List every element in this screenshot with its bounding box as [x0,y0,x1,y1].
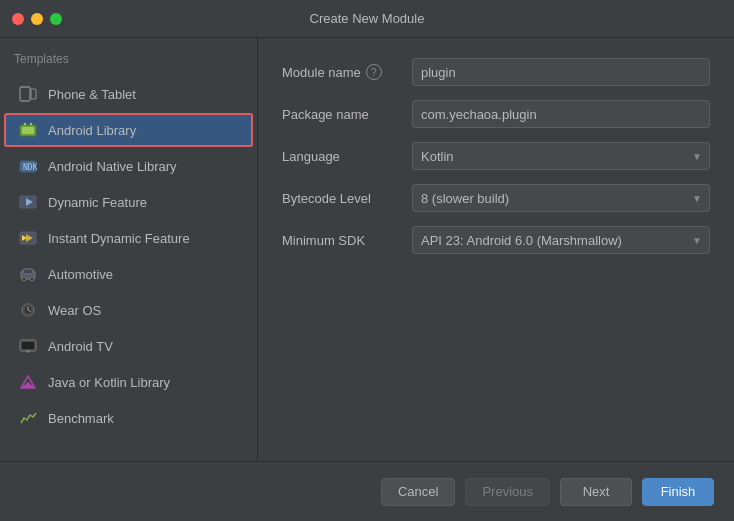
android-tv-icon [18,336,38,356]
minimum-sdk-label: Minimum SDK [282,233,412,248]
svg-rect-22 [25,315,31,317]
sidebar-item-instant-dynamic-feature[interactable]: Instant Dynamic Feature [4,221,253,255]
footer: Cancel Previous Next Finish [0,461,734,521]
svg-point-15 [22,277,26,281]
dynamic-feature-icon [18,192,38,212]
minimum-sdk-select-wrapper: API 23: Android 6.0 (Marshmallow) API 21… [412,226,710,254]
automotive-icon [18,264,38,284]
main-content: Templates Phone & Tablet Androi [0,38,734,461]
sidebar: Templates Phone & Tablet Androi [0,38,258,461]
bytecode-level-select[interactable]: 8 (slower build) 7 6 [412,184,710,212]
sidebar-item-automotive[interactable]: Automotive [4,257,253,291]
sidebar-item-dynamic-feature-label: Dynamic Feature [48,195,147,210]
language-label: Language [282,149,412,164]
module-name-help-icon[interactable]: ? [366,64,382,80]
sidebar-item-android-library[interactable]: Android Library [4,113,253,147]
sidebar-item-benchmark-label: Benchmark [48,411,114,426]
window-controls [12,13,62,25]
svg-rect-21 [25,303,31,305]
module-name-input[interactable] [412,58,710,86]
sidebar-item-android-tv-label: Android TV [48,339,113,354]
sidebar-item-android-tv[interactable]: Android TV [4,329,253,363]
sidebar-item-instant-dynamic-feature-label: Instant Dynamic Feature [48,231,190,246]
sidebar-item-android-native-library[interactable]: NDK Android Native Library [4,149,253,183]
language-select[interactable]: Kotlin Java [412,142,710,170]
module-name-row: Module name ? [282,58,710,86]
sidebar-item-wear-os[interactable]: Wear OS [4,293,253,327]
minimum-sdk-row: Minimum SDK API 23: Android 6.0 (Marshma… [282,226,710,254]
bytecode-level-row: Bytecode Level 8 (slower build) 7 6 ▼ [282,184,710,212]
right-panel: Module name ? Package name Language Kotl… [258,38,734,461]
sidebar-item-android-library-label: Android Library [48,123,136,138]
svg-rect-24 [22,342,34,349]
sidebar-item-wear-os-label: Wear OS [48,303,101,318]
svg-point-4 [24,123,26,125]
sidebar-item-dynamic-feature[interactable]: Dynamic Feature [4,185,253,219]
sidebar-item-android-native-library-label: Android Native Library [48,159,177,174]
bytecode-level-select-wrapper: 8 (slower build) 7 6 ▼ [412,184,710,212]
sidebar-bottom: Import... [0,452,257,461]
instant-dynamic-icon [18,228,38,248]
title-bar: Create New Module [0,0,734,38]
bytecode-level-label: Bytecode Level [282,191,412,206]
svg-rect-3 [22,127,34,134]
sidebar-item-phone-tablet-label: Phone & Tablet [48,87,136,102]
finish-button[interactable]: Finish [642,478,714,506]
language-row: Language Kotlin Java ▼ [282,142,710,170]
minimum-sdk-select[interactable]: API 23: Android 6.0 (Marshmallow) API 21… [412,226,710,254]
module-name-label: Module name ? [282,64,412,80]
svg-rect-1 [31,89,36,99]
sidebar-item-import[interactable]: Import... [4,453,253,461]
package-name-label: Package name [282,107,412,122]
benchmark-icon [18,408,38,428]
sidebar-templates-label: Templates [0,46,257,76]
close-button[interactable] [12,13,24,25]
package-name-row: Package name [282,100,710,128]
native-library-icon: NDK [18,156,38,176]
svg-rect-0 [20,87,30,101]
cancel-button[interactable]: Cancel [381,478,455,506]
sidebar-item-benchmark[interactable]: Benchmark [4,401,253,435]
package-name-input[interactable] [412,100,710,128]
maximize-button[interactable] [50,13,62,25]
svg-point-16 [30,277,34,281]
window-title: Create New Module [310,11,425,26]
phone-tablet-icon [18,84,38,104]
sidebar-item-automotive-label: Automotive [48,267,113,282]
android-library-icon [18,120,38,140]
next-button[interactable]: Next [560,478,632,506]
previous-button[interactable]: Previous [465,478,550,506]
svg-rect-14 [23,269,33,274]
sidebar-item-java-kotlin-library-label: Java or Kotlin Library [48,375,170,390]
java-kotlin-icon [18,372,38,392]
language-select-wrapper: Kotlin Java ▼ [412,142,710,170]
sidebar-item-phone-tablet[interactable]: Phone & Tablet [4,77,253,111]
minimize-button[interactable] [31,13,43,25]
wear-os-icon [18,300,38,320]
sidebar-item-java-kotlin-library[interactable]: Java or Kotlin Library [4,365,253,399]
svg-point-5 [30,123,32,125]
svg-text:NDK: NDK [23,163,37,172]
